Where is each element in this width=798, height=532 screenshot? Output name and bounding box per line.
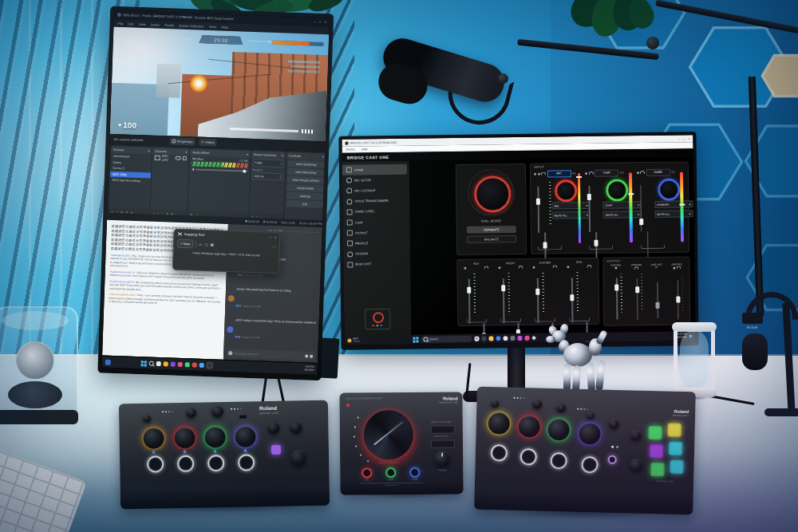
stream-knob[interactable] [267,422,279,434]
fader[interactable] [614,278,621,319]
phones-knob[interactable] [290,450,306,466]
start-recording-button[interactable]: Start Recording [287,168,324,177]
menu-profile[interactable]: Profile [164,23,174,27]
fullscreen-mode-icon[interactable]: ▦ [210,242,213,246]
dock-pin-icon[interactable]: ▾ [148,149,150,152]
taskbar-app-icon[interactable] [510,336,515,341]
control-pad-button[interactable] [670,460,683,474]
mute-button[interactable] [581,456,598,474]
volume-slider[interactable] [192,167,247,172]
eye-icon[interactable] [175,156,180,160]
menu-device[interactable]: Device [346,148,355,151]
filters-button[interactable]: Filters [199,139,217,147]
bgm-button[interactable] [608,455,617,464]
mic-channel-knob[interactable] [143,428,164,448]
window-mode-icon[interactable]: ▢ [204,242,207,246]
eq-label[interactable]: EQ [671,171,675,174]
dock-pin-icon[interactable]: ▾ [247,152,248,156]
folder-icon[interactable] [488,336,493,341]
taskbar-app-icon[interactable] [156,361,161,366]
chat-channel-chip[interactable]: CHAT [595,169,618,176]
mic-channel-knob[interactable] [488,412,510,435]
minimize-icon[interactable]: – [270,235,271,239]
exit-button[interactable]: Exit [286,200,323,209]
taskbar-app-icon[interactable] [171,362,176,367]
mute-button[interactable] [520,448,538,466]
taskbar-app-icon[interactable] [185,362,190,367]
new-snip-button[interactable]: + New [177,239,193,249]
taskbar-app-icon[interactable] [192,363,197,368]
studio-mode-button[interactable]: Studio Mode [286,184,323,193]
small-knob[interactable] [532,399,542,408]
maximize-icon[interactable]: □ [319,20,322,24]
maximize-icon[interactable]: □ [683,137,685,140]
taskbar-clock[interactable]: 4:25 PM9/6/2024 [304,366,314,372]
edge-icon[interactable] [496,336,500,341]
chat-username[interactable]: Bry [236,304,241,307]
windows-start-icon[interactable] [413,337,418,342]
taskbar-app-icon[interactable] [517,336,522,341]
search-icon[interactable] [149,361,154,366]
taskbar-app-icon[interactable] [524,336,529,341]
menu-help[interactable]: Help [221,25,228,29]
mute-button[interactable] [207,455,224,471]
chat-channel-knob[interactable] [518,416,540,438]
control-pad-button[interactable] [648,426,662,439]
transition-select[interactable]: Fade▾ [252,159,284,167]
fader[interactable] [638,185,645,231]
control-pad-button[interactable] [667,424,681,437]
mute-button[interactable] [238,454,255,471]
voice-transformer-button[interactable] [431,425,455,433]
phones-knob[interactable] [434,451,450,467]
menu-file[interactable]: File [118,21,124,25]
fader[interactable] [569,278,576,322]
menu-view[interactable]: View [138,22,145,26]
menu-tools[interactable]: Tools [208,24,216,28]
main-select-dial[interactable] [364,410,414,460]
fader[interactable] [586,186,593,232]
control-pad-button[interactable] [650,463,664,476]
chat-username[interactable]: Ave [235,335,240,338]
settings-button[interactable]: Settings [286,192,323,201]
menu-edit[interactable]: Edit [128,22,133,26]
game-channel-chip[interactable]: GAME [646,168,670,175]
game-effects-button[interactable] [431,439,455,447]
sidebar-item-mic-setup[interactable]: MIC SETUP [342,175,407,186]
start-virtual-camera-button[interactable]: Start Virtual Camera [287,176,324,185]
sidebar-item-mic-cleanup[interactable]: MIC CLEANUP [342,185,407,196]
mix-knob[interactable] [609,419,619,429]
mute-button[interactable] [177,455,194,472]
eq-label[interactable]: EQ [572,171,576,175]
chat-channel-knob[interactable] [204,427,225,447]
game-channel-knob[interactable] [235,426,255,447]
windows-start-icon[interactable] [141,361,147,366]
sidebar-item-game-usb[interactable]: GAME ( USB ) [342,206,407,217]
properties-button[interactable]: Properties [169,137,195,145]
snip-diamond-icon[interactable] [531,336,536,341]
menu-scene-collection[interactable]: Scene Collection [179,23,204,28]
game-mix-knob[interactable] [630,430,641,440]
meter-thumb[interactable] [576,176,582,178]
chat-username[interactable]: Dan [237,273,243,276]
gain-knob[interactable] [143,415,151,423]
game-channel-knob[interactable] [547,419,570,441]
fader[interactable] [674,281,681,320]
game-mute-button[interactable] [409,467,420,478]
line-out-knob[interactable] [290,421,302,433]
sidebar-item-system[interactable]: SYSTEM [343,248,408,259]
select-knob[interactable] [587,412,595,420]
start-streaming-button[interactable]: Start Streaming [287,160,324,169]
pinned-doc-icon[interactable] [105,359,111,365]
game-mute-select[interactable]: MUTE ALL▾ [654,210,693,218]
sidebar-item-chat[interactable]: CHAT [343,217,408,228]
aux-channel-knob[interactable] [579,423,601,445]
eq-label[interactable]: EQ [620,171,624,174]
settings-icon[interactable] [503,336,508,341]
game-source-select[interactable]: GAME/SP...▾ [654,200,693,208]
mic-source-select[interactable]: MIC▾ [551,202,590,210]
avatar[interactable] [228,295,235,301]
minimize-icon[interactable]: – [314,20,316,24]
dock-pin-icon[interactable]: ▾ [322,156,324,159]
close-icon[interactable]: × [688,137,689,140]
sidebar-item-output[interactable]: OUTPUT [343,227,408,238]
